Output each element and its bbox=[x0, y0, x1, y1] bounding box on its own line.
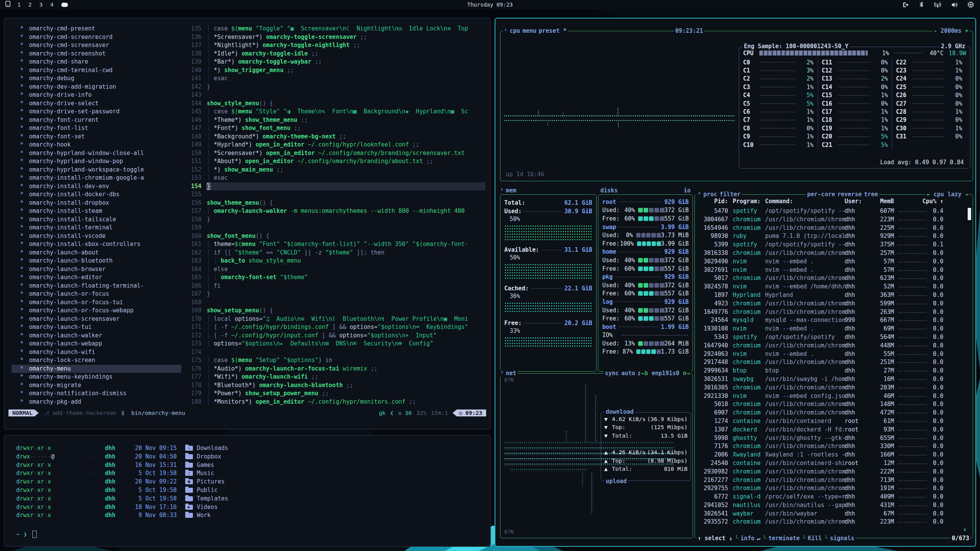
app-icon[interactable] bbox=[5, 1, 10, 8]
file-item[interactable]: *omarchy-launch-or-focus bbox=[12, 290, 181, 298]
file-item[interactable]: *omarchy-launch-about bbox=[12, 249, 181, 257]
proc-row[interactable]: 3004667chromium/usr/lib/chromium/chromdh… bbox=[698, 216, 970, 224]
code-line[interactable]: │ esac bbox=[207, 174, 485, 182]
tab-menu[interactable]: menu bbox=[521, 27, 537, 34]
proc-row[interactable]: 5470spotify/opt/spotify/spotify --dhh607… bbox=[698, 207, 970, 216]
file-item[interactable]: *omarchy-cmd-screenrecord bbox=[12, 33, 181, 42]
file-item[interactable]: *omarchy-notification-dismiss bbox=[12, 389, 181, 398]
proc-row[interactable]: 3026531swaybg/usr/bin/swaybg -i /homdhh1… bbox=[698, 375, 970, 384]
proc-row[interactable]: 2941052nautilus/usr/bin/nautilus --gapdh… bbox=[698, 501, 970, 510]
proc-row[interactable]: 5998ghostty/usr/bin/ghostty --gtk-dhh655… bbox=[698, 434, 970, 443]
proc-row[interactable]: 1930108nvimnvim --embed .dhh69M0.0 bbox=[698, 325, 970, 333]
scroll-down-icon[interactable]: ↓ bbox=[963, 526, 966, 532]
info-key[interactable]: info bbox=[739, 535, 755, 542]
proc-options[interactable]: per-corereversetree bbox=[806, 190, 879, 198]
directory-name[interactable]: Downloads bbox=[197, 444, 228, 453]
code-line[interactable]: │ *Hyprland*) open_in_editor ~/.config/h… bbox=[207, 141, 485, 149]
code-line[interactable]: │ *Idle*) omarchy-toggle-idle ;; bbox=[207, 50, 485, 58]
code-line[interactable]: │ *Audio*) omarchy-launch-or-focus-tui w… bbox=[207, 365, 485, 373]
code-line[interactable]: │ *Wifi*) omarchy-launch-wifi ;; bbox=[207, 373, 485, 381]
select-keys[interactable]: ↑ select ↓ bbox=[696, 535, 733, 542]
file-item[interactable]: *omarchy-install-chromium-google-a bbox=[12, 174, 181, 182]
proc-row[interactable]: 24540containe/usr/bin/containerd-shiroot… bbox=[698, 459, 970, 468]
proc-header[interactable]: Pid: Program: Command: User: MemB Cpu% ↑ bbox=[698, 198, 970, 206]
code-line[interactable]: │ local options="♫ Audio\n≋ Wifi\nᛒ Blue… bbox=[207, 315, 485, 324]
file-item[interactable]: *omarchy-launch-editor bbox=[12, 273, 181, 282]
proc-row[interactable]: 6772signal-d/proc/self/exe --type=rdhh40… bbox=[698, 493, 970, 501]
code-line[interactable] bbox=[207, 91, 485, 99]
file-item[interactable]: *omarchy-launch-webapp bbox=[12, 340, 181, 348]
file-item[interactable]: *omarchy-hyprland-window-close-all bbox=[12, 149, 181, 158]
file-item[interactable]: *omarchy-drive-select bbox=[12, 99, 181, 108]
file-item[interactable]: *omarchy-pkg-add bbox=[12, 398, 181, 406]
directory-name[interactable]: Dropbox bbox=[197, 453, 221, 461]
code-line[interactable]: show_font_menu() { bbox=[207, 232, 485, 241]
file-item[interactable]: *omarchy-launch-bluetooth bbox=[12, 257, 181, 265]
cpu-icon[interactable] bbox=[968, 2, 974, 8]
proc-row[interactable]: 1647940chromium/usr/lib/chromium/chromdh… bbox=[698, 342, 970, 350]
code-line[interactable]: │ *Screensaver*) omarchy-toggle-screensa… bbox=[207, 33, 485, 42]
code-line[interactable]: │ *Monitors*) open_in_editor ~/.config/h… bbox=[207, 398, 485, 406]
proc-row[interactable]: 5017chromium/usr/lib/chromium/chromdhh62… bbox=[698, 274, 970, 283]
proc-row[interactable]: 2929755chromium/usr/lib/chromium/chromdh… bbox=[698, 484, 970, 493]
tab-preset[interactable]: preset * bbox=[537, 27, 568, 34]
file-item[interactable]: *omarchy-font-set bbox=[12, 133, 181, 141]
code-line[interactable]: │ theme=$(menu "Font" "$(omarchy-font-li… bbox=[207, 240, 485, 249]
file-item[interactable]: *omarchy-menu bbox=[12, 365, 181, 373]
file-item[interactable]: *omarchy-launch-screensaver bbox=[12, 315, 181, 324]
code-line[interactable]: │ *) show_trigger_menu ;; bbox=[207, 66, 485, 75]
bluetooth-icon[interactable] bbox=[919, 2, 924, 8]
volume-icon[interactable] bbox=[951, 2, 958, 8]
workspace-1[interactable]: 1 bbox=[17, 2, 20, 8]
code-line[interactable]: │ [ -f ~/.config/hypr/bindings.conf ] &&… bbox=[207, 323, 485, 332]
update-interval[interactable]: - 2000ms + bbox=[933, 27, 970, 35]
proc-row[interactable]: 98930rubypuma 7.1.0 (tcp://localdhh929M0… bbox=[698, 232, 970, 241]
code-line[interactable]: } bbox=[207, 83, 485, 91]
file-item[interactable]: *omarchy-install-steam bbox=[12, 207, 181, 216]
proc-row[interactable]: 3027691nvimnvim --embed .dhh57M0.0 bbox=[698, 266, 970, 275]
code-line[interactable]: │ *Bar*) omarchy-toggle-waybar ;; bbox=[207, 58, 485, 66]
proc-row[interactable]: 5343spotify/opt/spotify/spotifydhh564M0.… bbox=[698, 333, 970, 342]
file-item[interactable]: *omarchy-install-terminal bbox=[12, 224, 181, 232]
proc-row[interactable]: 2921330nvimnvim --embed config.jsodhh46M… bbox=[698, 392, 970, 401]
directory-name[interactable]: Games bbox=[197, 461, 214, 470]
proc-row[interactable]: 5018chromium/usr/lib/chromium/chromdhh14… bbox=[698, 400, 970, 409]
code-line[interactable] bbox=[207, 298, 485, 307]
code-line[interactable] bbox=[207, 224, 485, 232]
file-item[interactable]: *omarchy-install-xbox-controllers bbox=[12, 240, 181, 249]
code-line[interactable]: │ *Screensaver*) open_in_editor ~/.confi… bbox=[207, 149, 485, 158]
code-line[interactable]: } bbox=[207, 216, 485, 224]
tab-cpu[interactable]: cpu bbox=[509, 27, 521, 34]
workspace-3[interactable]: 3 bbox=[39, 2, 42, 8]
code-line[interactable]: │ *Nightlight*) omarchy-toggle-nightligh… bbox=[207, 41, 485, 50]
tab-mem[interactable]: mem bbox=[505, 187, 517, 194]
proc-row[interactable]: 1307dockerd/usr/bin/dockerd -H fd:root93… bbox=[698, 426, 970, 434]
file-item[interactable]: *omarchy-font-list bbox=[12, 124, 181, 133]
file-item[interactable]: *omarchy-launch-walker bbox=[12, 332, 181, 340]
code-line[interactable]: } bbox=[207, 182, 485, 191]
code-line[interactable]: │ options="$options\n▸ Defaults\n⊞ DNS\n… bbox=[207, 340, 485, 348]
file-item[interactable]: *omarchy-install-dropbox bbox=[12, 199, 181, 207]
proc-row[interactable]: 3029490nvimnvim --embed .dhh57M0.0 bbox=[698, 258, 970, 266]
proc-row[interactable]: 1654946chromium/usr/lib/chromium/chromdh… bbox=[698, 224, 970, 233]
file-item[interactable]: *omarchy-debug bbox=[12, 74, 181, 83]
file-item[interactable]: *omarchy-launch-browser bbox=[12, 265, 181, 274]
file-item[interactable]: *omarchy-dev-add-migration bbox=[12, 83, 181, 91]
code-line[interactable]: │ omarchy-launch-walker -m menus:omarchy… bbox=[207, 207, 485, 216]
shell-prompt[interactable]: ~ ❯ bbox=[16, 531, 37, 538]
directory-name[interactable]: Pictures bbox=[197, 478, 225, 486]
code-line[interactable]: } bbox=[207, 290, 485, 298]
code-line[interactable]: │ │ back_to show_style_menu bbox=[207, 257, 485, 265]
proc-filter[interactable]: filter bbox=[718, 191, 742, 198]
file-item[interactable]: *omarchy-cmd-share bbox=[12, 58, 181, 66]
code-line[interactable]: │ *Theme*) show_theme_menu ;; bbox=[207, 116, 485, 125]
file-item[interactable]: *omarchy-menu-keybindings bbox=[12, 373, 181, 381]
file-item[interactable]: *omarchy-launch-tui bbox=[12, 323, 181, 332]
code-line[interactable]: │ else bbox=[207, 265, 485, 274]
proc-row[interactable]: 7176chromium/usr/lib/chromium/chromdhh33… bbox=[698, 442, 970, 451]
proc-row[interactable]: 1897HyprlandHyprlanddhh363M0.0 bbox=[698, 291, 970, 300]
clock-date[interactable]: Thursday 09:23 bbox=[467, 2, 513, 8]
proc-row[interactable]: 6907chromium/usr/lib/chromium/chromdhh47… bbox=[698, 409, 970, 417]
network-icon[interactable] bbox=[934, 2, 941, 8]
file-item[interactable]: *omarchy-lock-screen bbox=[12, 356, 181, 365]
